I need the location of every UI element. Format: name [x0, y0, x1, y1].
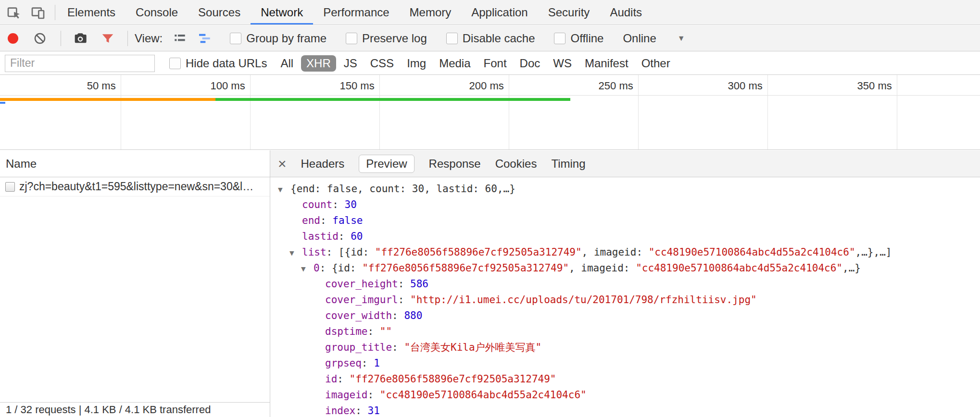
filter-type-xhr[interactable]: XHR: [301, 55, 336, 72]
request-row[interactable]: zj?ch=beauty&t1=595&listtype=new&sn=30&l…: [0, 177, 270, 196]
preview-tree-line: imageid: "cc48190e57100864abc4d55a2c4104…: [270, 387, 980, 403]
preview-json-tree: ▼{end: false, count: 30, lastid: 60,…}co…: [270, 177, 980, 417]
divider: [61, 31, 61, 46]
overview-bar-green: [215, 98, 570, 101]
timeline-tick-label: 300 ms: [690, 80, 763, 92]
status-bar: 1 / 32 requests | 4.1 KB / 4.1 KB transf…: [0, 402, 270, 417]
preserve-log-checkbox[interactable]: [346, 33, 357, 44]
timeline-gridline: [509, 75, 509, 149]
name-column-header[interactable]: Name: [0, 150, 270, 177]
expand-arrow-icon[interactable]: ▼: [301, 261, 314, 277]
timeline-tick-label: 250 ms: [560, 80, 633, 92]
tree-segment-plain: :: [339, 231, 351, 242]
tree-segment-plain: :: [398, 294, 410, 306]
tree-segment-str: "ff276e8056f58896e7cf92505a312749": [362, 262, 569, 274]
tab-memory[interactable]: Memory: [400, 0, 462, 25]
tree-segment-num: 60: [351, 231, 363, 242]
timeline-gridline: [250, 75, 251, 149]
tab-application[interactable]: Application: [461, 0, 538, 25]
disable-cache-label: Disable cache: [463, 32, 535, 45]
preview-tree-line: dsptime: "": [270, 324, 980, 340]
request-list: zj?ch=beauty&t1=595&listtype=new&sn=30&l…: [0, 177, 270, 196]
preview-tree-line[interactable]: ▼0: {id: "ff276e8056f58896e7cf92505a3127…: [270, 260, 980, 276]
timeline-gridline: [897, 75, 897, 149]
group-by-frame-label: Group by frame: [246, 32, 327, 45]
clear-network-log-button[interactable]: [33, 31, 47, 46]
view-label: View:: [135, 32, 163, 45]
preview-tree-line: count: 30: [270, 197, 980, 213]
throttling-dropdown-caret[interactable]: ▼: [678, 34, 685, 43]
toggle-device-toolbar-icon[interactable]: [30, 4, 46, 21]
detail-tab-preview[interactable]: Preview: [359, 155, 414, 173]
timeline-gridline: [638, 75, 639, 149]
filter-type-img[interactable]: Img: [402, 55, 431, 72]
tree-segment-num: 586: [410, 278, 428, 290]
detail-tab-cookies[interactable]: Cookies: [495, 157, 537, 171]
disable-cache-checkbox[interactable]: [446, 33, 458, 44]
offline-label: Offline: [570, 32, 603, 45]
network-overview-timeline[interactable]: 50 ms100 ms150 ms200 ms250 ms300 ms350 m…: [0, 75, 980, 150]
filter-type-other[interactable]: Other: [636, 55, 676, 72]
list-view-icon[interactable]: [172, 31, 188, 46]
preserve-log-label: Preserve log: [362, 32, 427, 45]
timeline-gridline: [121, 75, 121, 149]
close-detail-icon[interactable]: ×: [278, 157, 287, 171]
tree-segment-key: cover_height: [325, 278, 398, 290]
filter-type-css[interactable]: CSS: [365, 55, 399, 72]
overview-waterfall-icon[interactable]: [197, 31, 213, 46]
timeline-tick-label: 50 ms: [43, 80, 116, 92]
filter-type-manifest[interactable]: Manifest: [579, 55, 634, 72]
main-tabs: ElementsConsoleSourcesNetworkPerformance…: [57, 0, 652, 25]
offline-checkbox[interactable]: [554, 33, 565, 44]
tab-performance[interactable]: Performance: [313, 0, 399, 25]
filter-type-font[interactable]: Font: [478, 55, 512, 72]
requests-panel: Name zj?ch=beauty&t1=595&listtype=new&sn…: [0, 150, 270, 417]
filter-funnel-icon[interactable]: [101, 31, 115, 46]
tab-audits[interactable]: Audits: [600, 0, 652, 25]
expand-arrow-icon[interactable]: ▼: [278, 182, 290, 197]
tab-security[interactable]: Security: [538, 0, 600, 25]
detail-tab-headers[interactable]: Headers: [301, 157, 345, 171]
filter-type-media[interactable]: Media: [434, 55, 476, 72]
tree-segment-plain: :: [362, 357, 374, 369]
throttling-online-label[interactable]: Online: [623, 32, 656, 45]
tree-segment-plain: : [{id:: [327, 246, 375, 258]
group-by-frame-checkbox[interactable]: [230, 33, 241, 44]
tree-segment-plain: : {id:: [320, 262, 363, 274]
tree-segment-plain: ,…},…]: [855, 246, 892, 258]
filter-type-js[interactable]: JS: [339, 55, 363, 72]
toolbar-checkboxes: Group by framePreserve logDisable cacheO…: [213, 32, 603, 45]
filter-type-ws[interactable]: WS: [548, 55, 577, 72]
tab-elements[interactable]: Elements: [57, 0, 126, 25]
record-network-log-button[interactable]: [8, 33, 18, 44]
filter-input[interactable]: [5, 55, 155, 72]
network-toolbar: View: Group by framePreserve logDisable …: [0, 25, 980, 51]
preview-tree-line[interactable]: ▼{end: false, count: 30, lastid: 60,…}: [270, 181, 980, 197]
preview-tree-line[interactable]: ▼list: [{id: "ff276e8056f58896e7cf92505a…: [270, 245, 980, 260]
inspect-element-icon[interactable]: [6, 4, 22, 21]
record-dot-icon: [8, 33, 18, 44]
preview-tree-line: id: "ff276e8056f58896e7cf92505a312749": [270, 371, 980, 387]
filter-type-doc[interactable]: Doc: [515, 55, 546, 72]
detail-tabs: HeadersPreviewResponseCookiesTiming: [287, 155, 586, 173]
overview-bar-orange: [0, 98, 215, 101]
detail-tab-response[interactable]: Response: [429, 157, 481, 171]
divider: [127, 31, 128, 46]
preview-tree-line: group_title: "台湾美女Kila户外唯美写真": [270, 340, 980, 356]
capture-screenshots-icon[interactable]: [73, 31, 88, 46]
hide-data-urls-checkbox[interactable]: [169, 58, 181, 69]
tab-console[interactable]: Console: [126, 0, 188, 25]
tree-segment-key: group_title: [325, 342, 392, 353]
tab-network[interactable]: Network: [251, 0, 313, 25]
detail-tab-timing[interactable]: Timing: [551, 157, 585, 171]
expand-arrow-icon[interactable]: ▼: [289, 245, 302, 261]
tree-segment-plain: , imageid:: [582, 246, 649, 258]
divider: [55, 5, 55, 20]
tree-segment-plain: :: [355, 405, 367, 417]
request-type-icon: [5, 182, 15, 192]
filter-type-all[interactable]: All: [275, 55, 299, 72]
overview-bar-blue-tick: [0, 102, 5, 104]
preview-tree-line: cover_width: 880: [270, 308, 980, 324]
tree-segment-plain: :: [332, 199, 344, 210]
tab-sources[interactable]: Sources: [188, 0, 251, 25]
